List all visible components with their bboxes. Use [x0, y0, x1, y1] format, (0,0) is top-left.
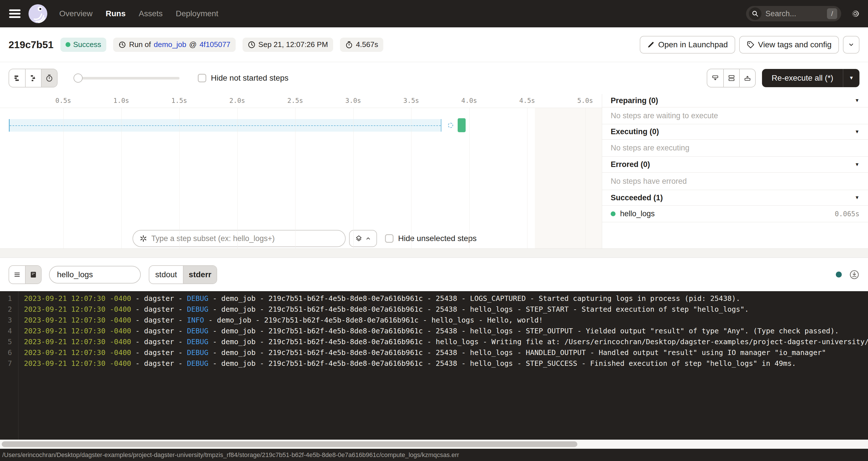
reexecute-all-button[interactable]: Re-execute all (*) ▼ [762, 69, 860, 87]
chevron-up-icon [365, 236, 371, 241]
step-subset-input-wrap[interactable] [132, 230, 346, 247]
log-line: 12023-09-21 12:07:30 -0400 - dagster - D… [0, 293, 868, 304]
step-success-dot-icon [611, 211, 616, 216]
step-waiting-bar[interactable] [9, 119, 441, 132]
job-link[interactable]: demo_job [154, 40, 186, 49]
line-number: 7 [0, 358, 18, 369]
line-number: 1 [0, 293, 18, 304]
split-panes-button[interactable] [723, 69, 739, 87]
step-status-panel: Preparing (0)▼ No steps are waiting to e… [602, 94, 868, 248]
step-run-bar[interactable] [458, 118, 466, 132]
axis-tick-label: 1.5s [171, 97, 187, 104]
nav-item-overview[interactable]: Overview [59, 9, 93, 18]
collapse-bottom-pane-button[interactable] [707, 69, 723, 87]
section-succeeded-header[interactable]: Succeeded (1)▼ [602, 190, 868, 206]
section-errored-header[interactable]: Errored (0)▼ [602, 157, 868, 173]
gantt-chart[interactable]: Hide unselected steps [0, 108, 602, 248]
gridline [469, 108, 470, 248]
stdio-tabs: stdout stderr [149, 265, 217, 284]
nav-item-assets[interactable]: Assets [139, 9, 163, 18]
gridline [353, 108, 354, 248]
hide-not-started-label: Hide not started steps [211, 73, 288, 83]
log-step-filter[interactable] [49, 266, 141, 283]
octopus-icon [29, 4, 47, 23]
layers-icon [355, 235, 363, 242]
log-line: 52023-09-21 12:07:30 -0400 - dagster - D… [0, 337, 868, 347]
status-dot-icon [66, 42, 70, 47]
section-executing-header[interactable]: Executing (0)▼ [602, 124, 868, 140]
step-name[interactable]: hello_logs [620, 209, 655, 218]
gridline [237, 108, 238, 248]
gridline [179, 108, 180, 248]
gridline [585, 108, 586, 248]
slider-track[interactable] [73, 77, 180, 80]
gear-icon[interactable] [850, 8, 861, 19]
view-mode-waterfall-button[interactable] [25, 69, 41, 87]
run-header: 219c7b51 Success Run of demo_job @ 4f105… [0, 27, 868, 62]
op-selector-icon [140, 235, 147, 243]
dagster-logo-icon[interactable] [29, 4, 47, 23]
gantt-zoom-slider[interactable] [73, 74, 180, 82]
stopwatch-icon [45, 74, 53, 82]
hide-unselected-checkbox[interactable] [385, 234, 394, 243]
step-subset-row: Hide unselected steps [132, 230, 477, 247]
search-box[interactable]: / [746, 6, 841, 21]
log-line: 22023-09-21 12:07:30 -0400 - dagster - D… [0, 304, 868, 315]
pane-layout-group [707, 69, 756, 88]
beyond-run-end-region [535, 108, 602, 248]
view-mode-flat-button[interactable] [9, 69, 25, 87]
section-preparing-header[interactable]: Preparing (0)▼ [602, 94, 868, 107]
scrollbar-thumb[interactable] [2, 441, 577, 447]
run-actions-dropdown-button[interactable] [843, 36, 860, 54]
gridline [121, 108, 122, 248]
raw-log-viewer[interactable]: 12023-09-21 12:07:30 -0400 - dagster - D… [0, 291, 868, 440]
line-number: 4 [0, 326, 18, 337]
horizontal-scrollbar[interactable] [0, 440, 868, 449]
menu-icon[interactable] [9, 9, 21, 18]
search-input[interactable] [766, 9, 819, 18]
structured-log-view-button[interactable] [9, 266, 25, 283]
run-of-tag: Run of demo_job @ 4f105077 [113, 38, 236, 52]
history-icon [118, 41, 126, 49]
log-file-status-bar: /Users/erincochran/Desktop/dagster-examp… [0, 449, 868, 461]
step-subset-input[interactable] [151, 234, 328, 243]
timestamp-tag: Sep 21, 12:07:26 PM [243, 38, 333, 52]
axis-tick-label: 4.5s [519, 97, 535, 104]
view-tags-config-button[interactable]: View tags and config [739, 36, 839, 54]
raw-log-view-button[interactable] [25, 266, 41, 283]
open-in-launchpad-button[interactable]: Open in Launchpad [640, 36, 735, 54]
tag-icon [747, 41, 754, 49]
slider-handle[interactable] [73, 73, 83, 83]
nav-item-runs[interactable]: Runs [106, 9, 126, 18]
axis-tick-label: 4.0s [461, 97, 477, 104]
log-file-path: /Users/erincochran/Desktop/dagster-examp… [2, 451, 459, 459]
log-line: 72023-09-21 12:07:30 -0400 - dagster - D… [0, 358, 868, 369]
gantt-view-mode-group [8, 69, 58, 88]
download-icon[interactable] [849, 270, 860, 280]
gridline [295, 108, 296, 248]
view-mode-timed-button[interactable] [41, 69, 57, 87]
gridline [411, 108, 411, 248]
collapse-top-pane-button[interactable] [739, 69, 755, 87]
succeeded-step-row[interactable]: hello_logs 0.065s [602, 206, 868, 222]
axis-tick-label: 2.0s [229, 97, 245, 104]
pane-divider[interactable] [0, 248, 868, 258]
section-errored-empty: No steps have errored [602, 173, 868, 190]
nav-item-deployment[interactable]: Deployment [176, 9, 218, 18]
snapshot-link[interactable]: 4f105077 [199, 40, 230, 49]
step-start-marker-icon[interactable] [448, 123, 453, 128]
chevron-down-icon: ▼ [855, 162, 860, 167]
gridline [63, 108, 64, 248]
line-number: 6 [0, 347, 18, 358]
tab-stderr[interactable]: stderr [183, 266, 217, 283]
axis-tick-label: 3.5s [403, 97, 419, 104]
hide-not-started-checkbox[interactable] [198, 74, 206, 82]
chevron-down-icon: ▼ [855, 98, 860, 103]
log-step-filter-input[interactable] [57, 270, 133, 279]
reexecute-dropdown-caret[interactable]: ▼ [843, 69, 860, 87]
axis-tick-label: 2.5s [287, 97, 303, 104]
chevron-down-icon [848, 41, 854, 48]
axis-tick-label: 0.5s [55, 97, 71, 104]
gantt-time-axis: 0.5s1.0s1.5s2.0s2.5s3.0s3.5s4.0s4.5s5.0s [0, 94, 602, 108]
tab-stdout[interactable]: stdout [149, 266, 183, 283]
